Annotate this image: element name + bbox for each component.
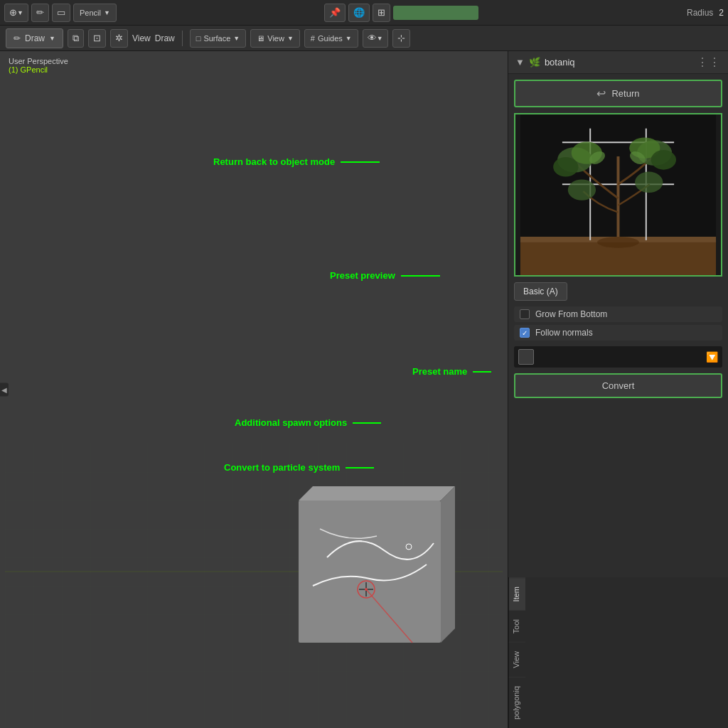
layer-btn[interactable]: ▭ [52, 4, 70, 22]
return-label: Return [611, 88, 639, 99]
eyedropper-icon: 🔽 [706, 351, 718, 363]
spawn-options-section: Grow From Bottom ✓ Follow normals [514, 306, 722, 341]
vtab-item[interactable]: Item [509, 577, 525, 610]
annotation-return-label: Return back to object mode [213, 156, 335, 167]
toolbar-divider [182, 31, 183, 46]
onion-icon: ⊡ [93, 33, 101, 43]
plant-preview-svg [515, 114, 721, 275]
vtab-view-label: View [512, 651, 520, 668]
guides-hash-icon: # [311, 34, 315, 43]
botaniq-leaf-icon: 🌿 [529, 57, 540, 68]
globe-icon: 🌐 [353, 7, 365, 18]
viewport[interactable]: ◀ User Perspective (1) GPencil [0, 51, 508, 728]
svg-point-26 [635, 172, 663, 193]
onion-btn[interactable]: ⊡ [88, 29, 106, 48]
annotation-preset-name: Preset name [412, 366, 491, 377]
vis-dropdown-icon: ▼ [377, 35, 383, 42]
origin-btn[interactable]: ⊹ [392, 29, 410, 48]
preset-name-label: Basic (A) [523, 287, 558, 296]
return-icon: ↩ [596, 87, 606, 100]
view2-dropdown-icon: ▼ [287, 35, 294, 42]
svg-marker-4 [441, 486, 455, 643]
left-panel-toggle[interactable]: ◀ [0, 383, 9, 397]
radius-bar[interactable] [393, 6, 478, 20]
globe-btn[interactable]: 🌐 [348, 4, 370, 22]
svg-point-21 [553, 157, 578, 177]
pencil-icon: ✏ [36, 7, 44, 18]
cursor-tool-btn[interactable]: ⊕ ▼ [4, 4, 28, 22]
preset-preview-container [514, 113, 722, 277]
panel-title-group: ▼ 🌿 botaniq [515, 57, 575, 68]
pencil-select-btn[interactable]: Pencil ▼ [73, 4, 117, 22]
main-area: ◀ User Perspective (1) GPencil [0, 51, 728, 728]
guides-label: Guides [318, 34, 343, 43]
guides-dropdown-icon: ▼ [346, 35, 352, 42]
checkmark-icon: ✓ [522, 329, 528, 337]
svg-rect-2 [299, 500, 441, 643]
surface-square-icon: □ [196, 34, 201, 43]
annotation-return: Return back to object mode [213, 156, 380, 167]
pin-btn[interactable]: 📌 [324, 4, 346, 22]
viewport-3d-object [270, 472, 483, 671]
follow-normals-checkbox[interactable]: ✓ [520, 328, 530, 338]
perspective-label: User Perspective [9, 57, 68, 65]
surface-dropdown-icon: ▼ [233, 35, 240, 42]
radius-value: 2 [719, 8, 724, 18]
svg-marker-3 [299, 486, 455, 500]
svg-point-25 [568, 179, 596, 200]
annotation-convert-line [346, 467, 374, 469]
botaniq-title: botaniq [545, 57, 575, 68]
preset-name-button[interactable]: Basic (A) [514, 282, 567, 301]
pin-icon: 📌 [329, 7, 341, 18]
vtab-tool[interactable]: Tool [509, 610, 525, 642]
view2-select[interactable]: 🖥 View ▼ [250, 29, 300, 48]
vtab-view[interactable]: View [509, 642, 525, 677]
guides-select[interactable]: # Guides ▼ [304, 29, 358, 48]
preset-name-row: Basic (A) [514, 282, 722, 301]
annotation-return-line [341, 161, 380, 163]
annotation-preset-preview-label: Preset preview [330, 270, 395, 281]
vtab-tool-label: Tool [512, 619, 520, 633]
vtab-polygoniq[interactable]: polygoniq [509, 677, 525, 728]
annotation-preset-preview-line [401, 275, 440, 277]
panel-options-icon[interactable]: ⋮⋮ [697, 55, 721, 69]
monitor-icon: 🖥 [257, 34, 264, 43]
frame-icon: ⧉ [73, 33, 79, 44]
eyedropper-button[interactable]: 🔽 [706, 351, 718, 363]
visibility-btn[interactable]: 👁 ▼ [363, 29, 388, 48]
surface-select[interactable]: □ Surface ▼ [190, 29, 247, 48]
color-eyedropper-row: 🔽 [514, 346, 722, 368]
network-btn[interactable]: ⊞ [373, 4, 390, 22]
botaniq-panel: ▼ 🌿 botaniq ⋮⋮ ↩ Return [508, 51, 728, 577]
annotation-spawn-options: Additional spawn options [235, 417, 381, 428]
mode-label: Draw [25, 33, 45, 43]
mode-dropdown-icon: ▼ [49, 35, 55, 42]
grow-from-bottom-checkbox[interactable] [520, 309, 530, 319]
eye-icon: 👁 [368, 33, 377, 43]
draw-tool-btn[interactable]: ✏ [31, 4, 49, 22]
grow-from-bottom-row: Grow From Bottom [514, 306, 722, 322]
color-swatch[interactable] [518, 349, 534, 365]
annotation-spawn-line [353, 422, 381, 424]
right-panel: ▼ 🌿 botaniq ⋮⋮ ↩ Return [508, 51, 728, 728]
frame-btn[interactable]: ⧉ [68, 29, 84, 48]
mode-select[interactable]: ✏ Draw ▼ [6, 28, 63, 48]
cursor-icon: ⊕ [9, 7, 17, 18]
annotation-convert-label: Convert to particle system [224, 462, 340, 473]
annotation-preset-name-line [473, 371, 491, 373]
star-btn[interactable]: ✲ [110, 29, 128, 48]
surface-label: Surface [203, 34, 230, 43]
layer-icon: ▭ [57, 7, 65, 18]
botaniq-triangle: ▼ [515, 57, 525, 68]
draw-label[interactable]: Draw [155, 33, 175, 43]
star-icon: ✲ [115, 33, 123, 43]
annotation-preset-preview: Preset preview [330, 270, 440, 281]
vertical-tabs: Item Tool View polygoniq [508, 577, 525, 728]
view-label[interactable]: View [132, 33, 151, 43]
mode-pencil-icon: ✏ [14, 33, 21, 43]
origin-icon: ⊹ [397, 33, 405, 43]
annotation-preset-name-label: Preset name [412, 366, 467, 377]
pencil-dropdown-icon: ▼ [104, 9, 110, 16]
convert-button[interactable]: Convert [514, 373, 722, 398]
return-button[interactable]: ↩ Return [514, 80, 722, 107]
